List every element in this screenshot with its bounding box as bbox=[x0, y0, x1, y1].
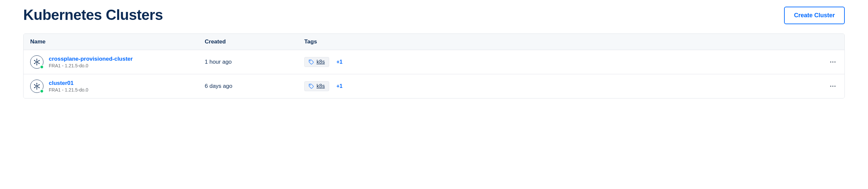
tag-icon bbox=[309, 84, 314, 89]
column-header-actions bbox=[818, 38, 838, 45]
cluster-meta: FRA1 - 1.21.5-do.0 bbox=[49, 87, 88, 93]
tag-text: k8s bbox=[316, 83, 325, 89]
cluster-icon bbox=[30, 80, 43, 93]
svg-line-8 bbox=[37, 61, 39, 62]
cluster-name-link[interactable]: cluster01 bbox=[49, 80, 88, 87]
column-header-name: Name bbox=[30, 38, 205, 45]
svg-point-29 bbox=[830, 86, 832, 87]
svg-point-1 bbox=[36, 59, 37, 60]
table-row: crossplane-provisioned-cluster FRA1 - 1.… bbox=[24, 50, 844, 74]
kubernetes-icon bbox=[33, 58, 41, 66]
svg-point-13 bbox=[830, 61, 832, 63]
column-header-tags: Tags bbox=[304, 38, 818, 45]
clusters-table: Name Created Tags bbox=[23, 33, 845, 98]
tag-more-link[interactable]: +1 bbox=[336, 83, 342, 89]
svg-point-30 bbox=[832, 86, 834, 87]
tag-text: k8s bbox=[316, 59, 325, 65]
svg-line-12 bbox=[35, 61, 36, 62]
table-header: Name Created Tags bbox=[24, 34, 844, 50]
cluster-meta: FRA1 - 1.21.5-do.0 bbox=[49, 63, 133, 68]
tag-badge[interactable]: k8s bbox=[304, 81, 329, 91]
more-actions-button[interactable] bbox=[828, 57, 838, 67]
cluster-icon bbox=[30, 55, 43, 69]
tag-icon bbox=[309, 59, 314, 65]
name-cell: cluster01 FRA1 - 1.21.5-do.0 bbox=[30, 80, 205, 93]
page-title: Kubernetes Clusters bbox=[23, 7, 163, 23]
more-horizontal-icon bbox=[829, 58, 836, 66]
created-cell: 6 days ago bbox=[205, 83, 304, 90]
more-horizontal-icon bbox=[829, 83, 836, 90]
svg-line-24 bbox=[37, 85, 39, 86]
svg-line-27 bbox=[35, 87, 36, 88]
actions-cell bbox=[818, 57, 838, 67]
svg-point-16 bbox=[36, 86, 38, 87]
created-cell: 1 hour ago bbox=[205, 59, 304, 65]
column-header-created: Created bbox=[205, 38, 304, 45]
tag-more-link[interactable]: +1 bbox=[336, 59, 342, 65]
page-header: Kubernetes Clusters Create Cluster bbox=[23, 7, 845, 24]
create-cluster-button[interactable]: Create Cluster bbox=[784, 7, 845, 24]
status-dot-online bbox=[40, 89, 44, 93]
more-actions-button[interactable] bbox=[828, 81, 838, 91]
svg-point-20 bbox=[36, 89, 37, 90]
status-dot-online bbox=[40, 65, 44, 69]
svg-line-28 bbox=[35, 85, 36, 86]
kubernetes-icon bbox=[33, 82, 41, 90]
tags-cell: k8s +1 bbox=[304, 57, 818, 67]
svg-line-9 bbox=[37, 62, 39, 63]
table-row: cluster01 FRA1 - 1.21.5-do.0 6 days ago … bbox=[24, 74, 844, 98]
svg-point-17 bbox=[36, 83, 37, 84]
name-text: crossplane-provisioned-cluster FRA1 - 1.… bbox=[49, 56, 133, 68]
svg-point-31 bbox=[835, 86, 836, 87]
tag-badge[interactable]: k8s bbox=[304, 57, 329, 67]
svg-point-14 bbox=[832, 61, 834, 63]
actions-cell bbox=[818, 81, 838, 91]
name-cell: crossplane-provisioned-cluster FRA1 - 1.… bbox=[30, 55, 205, 69]
name-text: cluster01 FRA1 - 1.21.5-do.0 bbox=[49, 80, 88, 93]
svg-line-25 bbox=[37, 87, 39, 88]
svg-point-15 bbox=[835, 61, 836, 63]
svg-point-4 bbox=[36, 64, 37, 65]
tags-cell: k8s +1 bbox=[304, 81, 818, 91]
cluster-name-link[interactable]: crossplane-provisioned-cluster bbox=[49, 56, 133, 62]
svg-point-0 bbox=[36, 61, 38, 63]
svg-line-11 bbox=[35, 62, 36, 63]
